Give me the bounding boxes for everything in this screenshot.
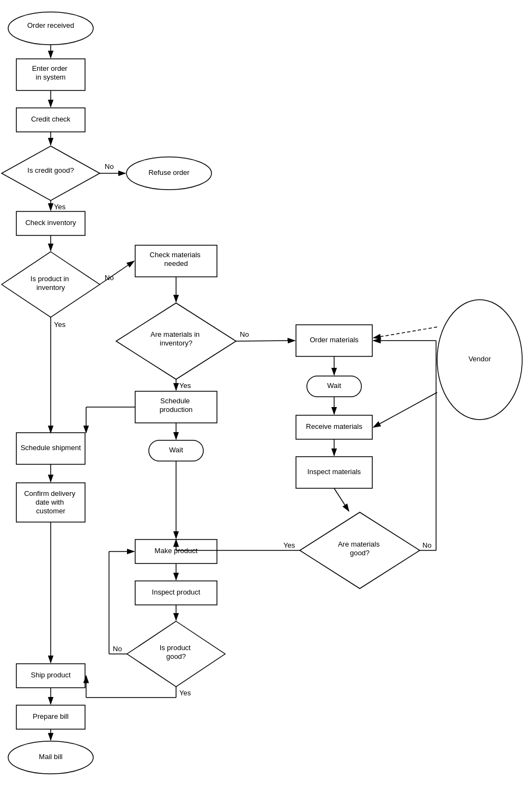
is-credit-good-label: Is credit good? [27, 166, 74, 174]
svg-line-40 [373, 392, 437, 427]
schedule-production-label: Schedule production [160, 397, 193, 414]
receive-materials-label: Receive materials [306, 422, 362, 431]
mail-bill-label: Mail bill [39, 753, 62, 761]
svg-line-43 [334, 488, 349, 511]
svg-line-36 [236, 341, 295, 341]
ship-product-label: Ship product [31, 671, 71, 679]
yes-materials-good-label: Yes [283, 541, 295, 549]
inspect-product-label: Inspect product [152, 588, 201, 596]
schedule-shipment-label: Schedule shipment [21, 444, 81, 452]
is-product-in-inventory-label: Is product in inventory [31, 275, 71, 292]
check-inventory-label: Check inventory [25, 219, 76, 227]
vendor-label: Vendor [468, 355, 491, 363]
enter-order-label: Enter order in system [32, 64, 70, 81]
refuse-order-label: Refuse order [148, 168, 190, 177]
no-product-good-label: No [113, 645, 122, 653]
inspect-materials-label: Inspect materials [307, 468, 361, 476]
prepare-bill-label: Prepare bill [33, 712, 69, 720]
yes-product-label: Yes [54, 320, 66, 329]
no-credit-label: No [105, 162, 114, 171]
order-materials-label: Order materials [310, 336, 359, 344]
yes-credit-label: Yes [54, 203, 66, 211]
no-materials-inv-label: No [240, 330, 249, 338]
wait-materials-label: Wait [327, 381, 341, 390]
order-received-label: Order received [27, 21, 74, 29]
no-materials-good-label: No [422, 541, 432, 549]
credit-check-label: Credit check [31, 115, 71, 123]
yes-materials-inv-label: Yes [179, 381, 191, 390]
svg-line-39 [373, 327, 437, 338]
yes-product-good-label: Yes [179, 689, 191, 697]
no-product-label: No [105, 274, 114, 282]
wait-production-label: Wait [169, 446, 183, 454]
flowchart: Order received Enter order in system Cre… [0, 0, 532, 788]
